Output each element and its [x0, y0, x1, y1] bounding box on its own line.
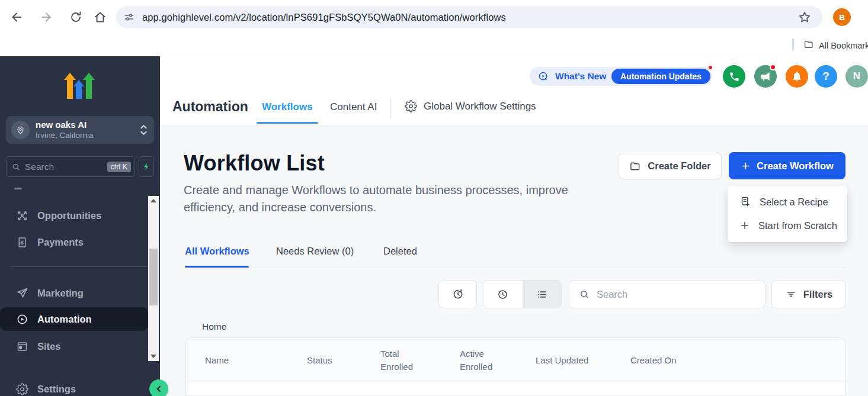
- megaphone-icon: [760, 70, 771, 82]
- sidebar: new oaks AI Irvine, California ctrl K Op…: [0, 56, 160, 396]
- global-workflow-settings-link[interactable]: Global Workflow Settings: [405, 100, 536, 112]
- scrolled-item-fragment: [14, 188, 22, 189]
- phone-icon: [729, 71, 740, 82]
- account-switcher[interactable]: new oaks AI Irvine, California: [6, 116, 154, 144]
- chevron-left-icon: [154, 384, 164, 394]
- create-workflow-dropdown: Select a Recipe Start from Scratch: [728, 186, 847, 242]
- sidebar-scrollbar[interactable]: [148, 196, 159, 361]
- bookmarks-folder-icon[interactable]: [803, 39, 814, 50]
- search-icon: [579, 289, 590, 300]
- scrollbar-down-arrow[interactable]: [148, 352, 159, 361]
- sidebar-item-sites[interactable]: Sites: [0, 333, 148, 359]
- sidebar-item-opportunities[interactable]: Opportunities: [0, 202, 148, 228]
- notifications-button[interactable]: [786, 65, 808, 88]
- menu-item-select-recipe[interactable]: Select a Recipe: [728, 190, 847, 214]
- announcements-notification-dot: [770, 64, 776, 70]
- sidebar-item-settings[interactable]: Settings: [0, 376, 148, 396]
- workflow-table: Name Status Total Enrolled Active Enroll…: [185, 337, 846, 396]
- home-icon[interactable]: [93, 10, 107, 24]
- svg-text:$: $: [21, 239, 24, 245]
- tab-workflows[interactable]: Workflows: [262, 101, 313, 113]
- automation-updates-badge[interactable]: Automation Updates: [611, 69, 710, 84]
- gear-icon: [405, 100, 417, 112]
- tab-content-ai[interactable]: Content AI: [330, 101, 377, 113]
- global-workflow-settings-label: Global Workflow Settings: [424, 101, 536, 112]
- page-title-automation: Automation: [172, 99, 248, 115]
- column-header-name: Name: [205, 354, 229, 367]
- address-bar[interactable]: app.gohighlevel.com/v2/location/lnPS691g…: [116, 6, 822, 28]
- whats-new-label: What's New: [555, 71, 606, 82]
- workflow-search-input[interactable]: [597, 289, 758, 300]
- list-view-toggle[interactable]: [523, 281, 562, 308]
- workflow-list-title: Workflow List: [184, 151, 325, 176]
- marketing-icon: [16, 287, 28, 300]
- sidebar-item-payments[interactable]: $ Payments: [0, 229, 148, 255]
- plus-icon: [739, 220, 750, 231]
- workflow-search[interactable]: [569, 280, 765, 308]
- reload-icon[interactable]: [69, 10, 83, 24]
- filters-button[interactable]: Filters: [771, 280, 846, 308]
- whats-new-icon: [537, 70, 550, 83]
- user-avatar[interactable]: N: [845, 65, 868, 88]
- page-header-band: Automation Workflows Content AI Global W…: [160, 56, 868, 125]
- enrollment-history-button[interactable]: [438, 280, 477, 308]
- search-icon: [11, 162, 21, 172]
- bookmark-star-icon[interactable]: [797, 10, 812, 24]
- search-shortcut-badge: ctrl K: [107, 162, 131, 172]
- all-bookmarks-label[interactable]: All Bookmarks: [819, 41, 868, 50]
- clock-icon: [497, 288, 509, 301]
- breadcrumb-home[interactable]: Home: [202, 321, 226, 332]
- sidebar-item-automation[interactable]: Automation: [0, 307, 148, 331]
- scrollbar-thumb[interactable]: [149, 249, 158, 305]
- tab-all-workflows[interactable]: All Workflows: [185, 246, 249, 257]
- phone-button[interactable]: [723, 65, 745, 88]
- settings-gear-icon: [16, 383, 28, 395]
- plus-icon: [741, 161, 751, 171]
- folder-icon: [629, 160, 641, 172]
- scrollbar-up-arrow[interactable]: [148, 196, 159, 205]
- list-icon: [536, 288, 548, 301]
- menu-item-start-from-scratch[interactable]: Start from Scratch: [728, 214, 847, 237]
- header-divider: [390, 98, 390, 117]
- workflow-list-tabs: All Workflows Needs Review (0) Deleted: [185, 246, 846, 268]
- tab-deleted[interactable]: Deleted: [383, 246, 417, 257]
- column-header-total-enrolled: Total Enrolled: [380, 347, 428, 374]
- site-info-icon[interactable]: [123, 11, 135, 23]
- tab-needs-review[interactable]: Needs Review (0): [276, 246, 354, 257]
- question-mark-icon: ?: [822, 70, 829, 83]
- history-icon: [451, 288, 465, 301]
- table-header-row: Name Status Total Enrolled Active Enroll…: [186, 338, 845, 382]
- main-area: Automation Workflows Content AI Global W…: [160, 56, 868, 396]
- bookmarks-divider: [792, 38, 794, 51]
- column-header-created-on: Created On: [630, 354, 677, 367]
- column-header-last-updated: Last Updated: [536, 354, 588, 367]
- payments-icon: $: [16, 236, 28, 249]
- sidebar-item-marketing[interactable]: Marketing: [0, 280, 148, 306]
- opportunities-icon: [16, 210, 28, 222]
- create-folder-button[interactable]: Create Folder: [619, 153, 722, 179]
- sidebar-collapse-button[interactable]: [149, 379, 168, 396]
- account-name: new oaks AI: [36, 120, 87, 130]
- execution-logs-toggle[interactable]: [483, 281, 523, 308]
- updates-notification-dot: [707, 65, 713, 70]
- bell-icon: [791, 70, 803, 82]
- browser-profile-avatar[interactable]: B: [833, 8, 851, 26]
- forward-icon[interactable]: [39, 10, 53, 24]
- sidebar-search-input[interactable]: [25, 162, 107, 172]
- back-icon[interactable]: [9, 10, 24, 24]
- lightning-bolt-icon: [142, 162, 151, 172]
- tab-all-workflows-underline: [185, 266, 249, 268]
- workflow-list-description: Create and manage Workflows to automate …: [184, 182, 606, 216]
- quick-actions-button[interactable]: [139, 156, 154, 177]
- sites-icon: [16, 340, 28, 353]
- create-workflow-button[interactable]: Create Workflow: [729, 152, 845, 179]
- view-toggle: [483, 280, 562, 308]
- recipe-document-icon: [739, 196, 751, 208]
- chevron-up-down-icon: [140, 124, 148, 136]
- sidebar-divider: [11, 266, 149, 267]
- sidebar-search[interactable]: ctrl K: [6, 156, 135, 177]
- tab-workflows-underline: [257, 122, 318, 124]
- location-pin-icon: [11, 121, 30, 139]
- account-location: Irvine, California: [36, 131, 94, 140]
- help-button[interactable]: ?: [815, 65, 837, 88]
